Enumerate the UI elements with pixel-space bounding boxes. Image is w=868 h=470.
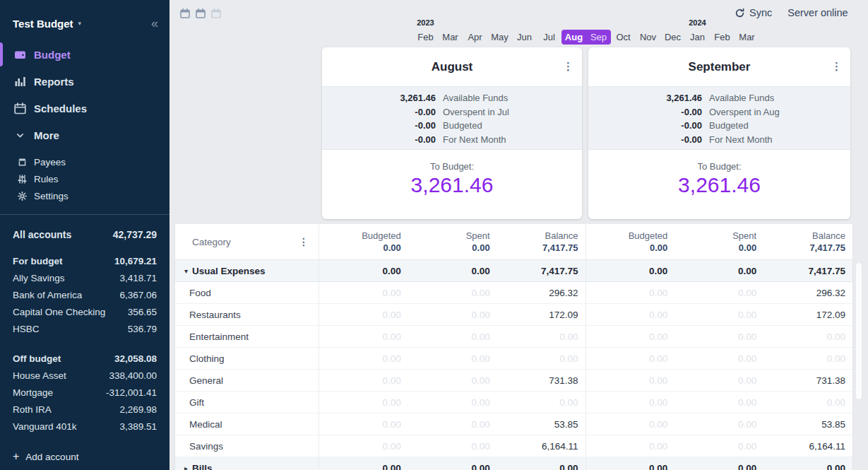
category-group-name[interactable]: Bills	[192, 463, 213, 470]
month-tab[interactable]: Mar	[438, 30, 463, 45]
budgeted-cell[interactable]: 0.00	[586, 304, 675, 325]
budgeted-cell[interactable]: 0.00	[586, 326, 675, 347]
month-tab[interactable]: Mar	[735, 30, 759, 45]
budgeted-cell[interactable]: 0.00	[319, 370, 408, 391]
column-header-spent[interactable]: Spent0.00	[408, 224, 497, 259]
balance-cell[interactable]: 7,417.75	[763, 260, 852, 281]
spent-cell[interactable]: 0.00	[408, 282, 497, 303]
spent-cell[interactable]: 0.00	[408, 370, 497, 391]
month-menu-icon[interactable]: ⋮	[563, 59, 573, 74]
budgeted-cell[interactable]: 0.00	[319, 326, 408, 347]
balance-cell[interactable]: 0.00	[763, 457, 852, 470]
account-row[interactable]: House Asset 338,400.00	[13, 368, 157, 384]
month-tab[interactable]: Feb	[413, 30, 438, 45]
month-tab[interactable]: May	[487, 30, 512, 45]
expand-collapse-icon[interactable]: ▾	[184, 267, 188, 275]
spent-cell[interactable]: 0.00	[408, 435, 497, 457]
category-name[interactable]: General	[175, 370, 319, 391]
column-header-budgeted[interactable]: Budgeted0.00	[319, 224, 408, 259]
month-menu-icon[interactable]: ⋮	[831, 59, 842, 74]
spent-cell[interactable]: 0.00	[674, 457, 763, 470]
scrollbar-thumb[interactable]	[855, 262, 862, 400]
column-header-balance[interactable]: Balance7,417.75	[497, 224, 586, 259]
budgeted-cell[interactable]: 0.00	[319, 260, 408, 281]
balance-cell[interactable]: 0.00	[763, 392, 852, 413]
month-tab[interactable]: Jan	[685, 30, 710, 45]
budgeted-cell[interactable]: 0.00	[319, 392, 408, 413]
sidebar-item-budget[interactable]: Budget	[0, 41, 170, 68]
sidebar-item-payees[interactable]: Payees	[0, 153, 170, 170]
budgeted-cell[interactable]: 0.00	[586, 370, 675, 391]
server-status-button[interactable]: Server online	[787, 7, 848, 18]
sidebar-item-more[interactable]: More	[0, 122, 170, 148]
spent-cell[interactable]: 0.00	[408, 392, 497, 413]
spent-cell[interactable]: 0.00	[674, 282, 763, 303]
spent-cell[interactable]: 0.00	[408, 304, 497, 325]
month-tab[interactable]: Apr	[463, 30, 487, 45]
spent-cell[interactable]: 0.00	[674, 392, 763, 413]
sidebar-item-reports[interactable]: Reports	[0, 68, 170, 95]
budgeted-cell[interactable]: 0.00	[319, 304, 408, 325]
balance-cell[interactable]: 0.00	[497, 457, 586, 470]
for-budget-row[interactable]: For budget 10,679.21	[13, 253, 157, 270]
budgeted-cell[interactable]: 0.00	[319, 348, 408, 369]
budgeted-cell[interactable]: 0.00	[586, 260, 675, 281]
account-row[interactable]: HSBC 536.79	[13, 321, 157, 338]
budgeted-cell[interactable]: 0.00	[319, 413, 408, 435]
budgeted-cell[interactable]: 0.00	[319, 282, 408, 303]
balance-cell[interactable]: 53.85	[497, 413, 586, 435]
spent-cell[interactable]: 0.00	[408, 260, 497, 281]
sidebar-item-rules[interactable]: Rules	[0, 170, 170, 187]
month-tab[interactable]: Feb	[710, 30, 735, 45]
balance-cell[interactable]: 172.09	[763, 304, 852, 325]
category-group-name[interactable]: Usual Expenses	[192, 266, 266, 276]
account-row[interactable]: Ally Savings 3,418.71	[13, 270, 157, 287]
all-accounts-row[interactable]: All accounts 42,737.29	[13, 226, 157, 243]
spent-cell[interactable]: 0.00	[408, 413, 497, 435]
account-row[interactable]: Capital One Checking 356.65	[13, 304, 157, 321]
budgeted-cell[interactable]: 0.00	[586, 282, 675, 303]
month-tab-selected[interactable]: Sep	[586, 30, 611, 45]
account-row[interactable]: Vanguard 401k 3,389.51	[13, 418, 157, 435]
budget-file-name[interactable]: Test Budget	[13, 18, 73, 30]
balance-cell[interactable]: 296.32	[497, 282, 586, 303]
budgeted-cell[interactable]: 0.00	[319, 435, 408, 457]
show-2-months-button[interactable]	[194, 7, 207, 20]
off-budget-row[interactable]: Off budget 32,058.08	[13, 351, 157, 368]
sidebar-item-schedules[interactable]: Schedules	[0, 95, 170, 122]
spent-cell[interactable]: 0.00	[408, 326, 497, 347]
balance-cell[interactable]: 53.85	[763, 413, 852, 435]
balance-cell[interactable]: 0.00	[497, 326, 586, 347]
budgeted-cell[interactable]: 0.00	[586, 392, 675, 413]
sidebar-item-settings[interactable]: Settings	[0, 187, 170, 204]
account-row[interactable]: Mortgage -312,001.41	[13, 384, 157, 401]
balance-cell[interactable]: 6,164.11	[497, 435, 586, 457]
expand-collapse-icon[interactable]: ▸	[184, 464, 188, 470]
balance-cell[interactable]: 731.38	[763, 370, 852, 391]
budgeted-cell[interactable]: 0.00	[319, 457, 408, 470]
month-tab[interactable]: Oct	[611, 30, 636, 45]
category-name[interactable]: Food	[175, 282, 319, 303]
category-menu-icon[interactable]: ⋮	[299, 236, 309, 247]
category-group-name-cell[interactable]: ▸ Bills	[175, 457, 319, 470]
column-header-balance[interactable]: Balance7,417.75	[763, 224, 852, 259]
to-budget-amount[interactable]: 3,261.46	[322, 173, 582, 197]
month-tab[interactable]: Nov	[636, 30, 660, 45]
balance-cell[interactable]: 0.00	[497, 348, 586, 369]
spent-cell[interactable]: 0.00	[674, 260, 763, 281]
category-name[interactable]: Gift	[175, 392, 319, 413]
category-name[interactable]: Savings	[175, 435, 319, 457]
month-tab[interactable]: Jul	[537, 30, 561, 45]
category-name[interactable]: Medical	[175, 413, 319, 435]
balance-cell[interactable]: 731.38	[497, 370, 586, 391]
balance-cell[interactable]: 0.00	[497, 392, 586, 413]
spent-cell[interactable]: 0.00	[674, 370, 763, 391]
month-tab[interactable]: Jun	[512, 30, 537, 45]
category-name[interactable]: Restaurants	[175, 304, 319, 325]
add-account-button[interactable]: + Add account	[13, 448, 157, 465]
balance-cell[interactable]: 0.00	[763, 348, 852, 369]
column-header-spent[interactable]: Spent0.00	[674, 224, 763, 259]
sync-button[interactable]: Sync	[735, 7, 772, 18]
budgeted-cell[interactable]: 0.00	[586, 413, 675, 435]
spent-cell[interactable]: 0.00	[674, 413, 763, 435]
